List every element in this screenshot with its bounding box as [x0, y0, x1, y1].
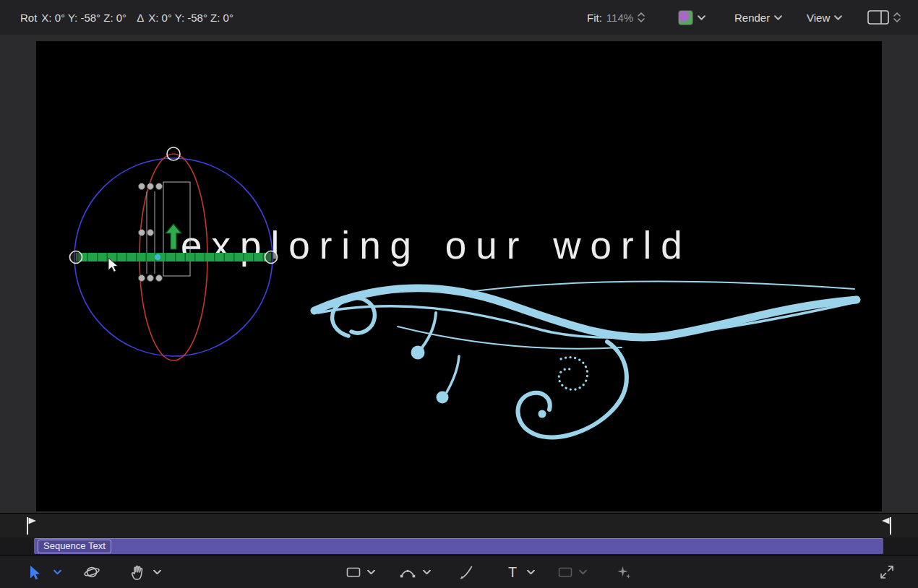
anchor-dots[interactable]: [139, 183, 163, 282]
canvas-pasteboard: exploring our world: [0, 35, 918, 513]
transform-manipulator[interactable]: [36, 41, 882, 511]
play-range-out-marker[interactable]: [880, 516, 892, 535]
paint-stroke-tool[interactable]: [458, 564, 474, 580]
chevron-down-icon[interactable]: [774, 15, 782, 20]
fit-value[interactable]: 114%: [606, 12, 633, 24]
svg-text:T: T: [508, 564, 517, 580]
view-menu[interactable]: View: [807, 0, 842, 35]
tools-toolbar: T: [0, 555, 918, 588]
y-axis-arrow-handle[interactable]: [166, 224, 181, 249]
fit-label: Fit:: [587, 12, 602, 24]
canvas-toolbar: Rot X: 0° Y: -58° Z: 0° Δ X: 0° Y: -58° …: [0, 0, 918, 35]
fill-color-control[interactable]: [678, 0, 705, 35]
rectangle-shape-tool[interactable]: [346, 564, 361, 580]
bezier-pen-tool[interactable]: [400, 564, 416, 580]
mini-timeline-ruler[interactable]: [0, 513, 918, 538]
left-bar-handle[interactable]: [70, 251, 82, 264]
chevron-down-icon[interactable]: [834, 15, 842, 20]
3d-transform-tool[interactable]: [84, 564, 100, 580]
view-label[interactable]: View: [807, 12, 830, 24]
render-label[interactable]: Render: [734, 12, 770, 24]
particles-sparkle-tool[interactable]: [616, 564, 632, 580]
viewport-stepper-icon[interactable]: [893, 12, 901, 23]
project-canvas[interactable]: exploring our world: [36, 41, 882, 511]
generator-tool-disabled[interactable]: [557, 564, 573, 580]
play-range-in-marker[interactable]: [26, 516, 38, 535]
text-tool[interactable]: T: [505, 564, 520, 580]
shape-tool-chevron-icon[interactable]: [367, 570, 375, 575]
rotation-readout: Rot X: 0° Y: -58° Z: 0° Δ X: 0° Y: -58° …: [20, 0, 233, 35]
generator-chevron-icon[interactable]: [579, 570, 587, 575]
rot-label: Rot: [20, 12, 37, 24]
timeline-track-area: Sequence Text: [0, 537, 918, 555]
hand-tool-chevron-icon[interactable]: [153, 570, 161, 575]
fill-swatch-icon[interactable]: [678, 10, 693, 25]
track-name-label[interactable]: Sequence Text: [38, 540, 111, 553]
pan-hand-tool[interactable]: [130, 564, 146, 580]
select-arrow-tool[interactable]: [26, 564, 42, 580]
chevron-down-icon[interactable]: [698, 15, 705, 20]
viewport-layout-control[interactable]: [867, 0, 901, 35]
fullscreen-toggle[interactable]: [879, 564, 895, 580]
delta-symbol: Δ: [137, 12, 144, 24]
pen-tool-chevron-icon[interactable]: [423, 570, 431, 575]
viewport-layout-icon[interactable]: [867, 10, 889, 25]
x-axis-handle-bar[interactable]: [76, 253, 271, 261]
bar-position-dot: [155, 254, 160, 260]
rot-values: X: 0° Y: -58° Z: 0°: [41, 12, 126, 24]
select-tool-chevron-icon[interactable]: [53, 570, 61, 575]
text-tool-chevron-icon[interactable]: [527, 570, 535, 575]
right-bar-handle[interactable]: [265, 251, 278, 264]
sequence-text-track-bar[interactable]: Sequence Text: [34, 538, 883, 554]
render-menu[interactable]: Render: [734, 0, 782, 35]
delta-values: X: 0° Y: -58° Z: 0°: [148, 12, 233, 24]
fit-stepper-icon[interactable]: [638, 12, 645, 23]
fit-control[interactable]: Fit: 114%: [587, 0, 645, 35]
